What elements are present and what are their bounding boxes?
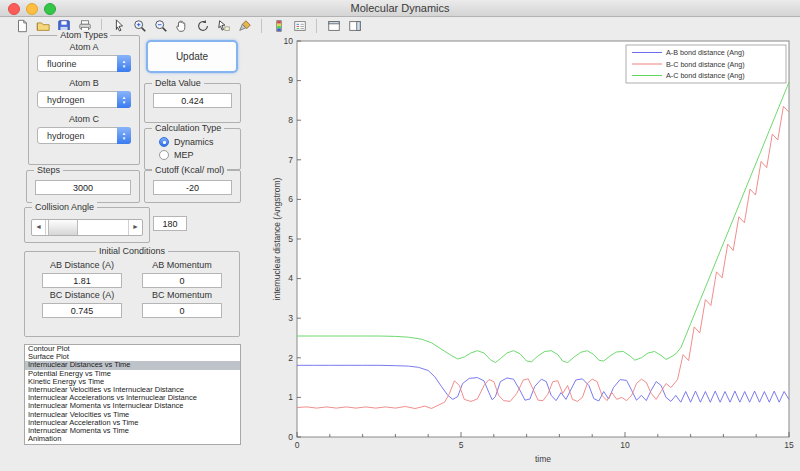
- atom-c-value: hydrogen: [47, 131, 85, 141]
- bc-distance-input[interactable]: [42, 303, 122, 318]
- radio-label: MEP: [174, 150, 194, 160]
- x-tick-label: 15: [784, 440, 794, 450]
- window-controls: [8, 3, 56, 15]
- data-cursor-button[interactable]: [214, 18, 233, 35]
- y-tick-label: 7: [288, 155, 293, 165]
- zoom-out-icon: [154, 19, 168, 33]
- chevron-up-down-icon: ▲▼: [117, 55, 131, 72]
- minimize-window-button[interactable]: [26, 3, 38, 15]
- ab-momentum-label: AB Momentum: [152, 260, 212, 270]
- legend-entry-label: A-B bond distance (Ang): [666, 48, 744, 57]
- pan-button[interactable]: [172, 18, 191, 35]
- y-tick-label: 10: [284, 36, 294, 46]
- x-tick-label: 5: [459, 440, 464, 450]
- calculation-type-panel: Calculation Type DynamicsMEP: [144, 128, 241, 170]
- zoom-out-button[interactable]: [151, 18, 170, 35]
- atom-b-label: Atom B: [29, 78, 139, 88]
- slider-right-arrow-icon[interactable]: ►: [128, 220, 142, 235]
- open-file-icon: [36, 19, 50, 33]
- radio-icon: [159, 150, 169, 160]
- data-cursor-icon: [217, 19, 231, 33]
- zoom-window-button[interactable]: [44, 3, 56, 15]
- y-tick-label: 5: [288, 234, 293, 244]
- new-figure-icon: [15, 19, 29, 33]
- delta-value-title: Delta Value: [152, 78, 204, 88]
- close-window-button[interactable]: [8, 3, 20, 15]
- atom-a-label: Atom A: [29, 42, 139, 52]
- x-axis-label: time: [535, 454, 551, 464]
- toolbar-separator: [261, 19, 262, 33]
- collision-angle-input[interactable]: [153, 216, 187, 231]
- y-tick-label: 4: [288, 273, 293, 283]
- y-tick-label: 9: [288, 75, 293, 85]
- delta-value-input[interactable]: [153, 93, 232, 108]
- zoom-in-button[interactable]: [130, 18, 149, 35]
- update-button[interactable]: Update: [146, 40, 238, 73]
- atom-a-dropdown[interactable]: fluorine ▲▼: [37, 55, 131, 72]
- x-tick-label: 10: [620, 440, 630, 450]
- plot-axes-box[interactable]: [297, 41, 789, 437]
- list-item[interactable]: Animation: [25, 435, 240, 443]
- atom-a-value: fluorine: [47, 59, 77, 69]
- cutoff-panel: Cutoff (Kcal/ mol): [144, 170, 241, 203]
- steps-input[interactable]: [35, 180, 131, 195]
- zoom-in-icon: [133, 19, 147, 33]
- atom-types-title: Atom Types: [57, 30, 110, 40]
- edit-plot-button[interactable]: [109, 18, 128, 35]
- radio-option-dynamics[interactable]: Dynamics: [159, 137, 240, 147]
- delta-value-panel: Delta Value: [144, 83, 241, 123]
- cutoff-title: Cutoff (Kcal/ mol): [152, 165, 227, 175]
- bc-distance-label: BC Distance (A): [50, 290, 115, 300]
- initial-conditions-panel: Initial Conditions AB Distance (A) AB Mo…: [24, 251, 240, 337]
- y-tick-label: 0: [288, 432, 293, 442]
- window-title: Molecular Dynamics: [350, 2, 449, 14]
- legend-entry-label: B-C bond distance (Ang): [666, 60, 745, 69]
- chevron-up-down-icon: ▲▼: [117, 91, 131, 108]
- bc-momentum-input[interactable]: [142, 303, 222, 318]
- chevron-up-down-icon: ▲▼: [117, 127, 131, 144]
- radio-icon: [159, 137, 169, 147]
- plot-legend[interactable]: A-B bond distance (Ang)B-C bond distance…: [626, 45, 786, 83]
- brush-data-icon: [238, 19, 252, 33]
- steps-title: Steps: [34, 165, 63, 175]
- atom-c-dropdown[interactable]: hydrogen ▲▼: [37, 127, 131, 144]
- atom-b-value: hydrogen: [47, 95, 85, 105]
- ab-distance-label: AB Distance (A): [50, 260, 114, 270]
- slider-thumb[interactable]: [48, 220, 78, 235]
- plot-area[interactable]: 012345678910051015internuclear distance …: [270, 15, 800, 471]
- open-file-button[interactable]: [33, 18, 52, 35]
- collision-angle-title: Collision Angle: [32, 202, 97, 212]
- collision-angle-slider[interactable]: ◄ ►: [31, 219, 143, 236]
- slider-left-arrow-icon[interactable]: ◄: [32, 220, 46, 235]
- cutoff-input[interactable]: [153, 180, 232, 195]
- initial-conditions-title: Initial Conditions: [96, 246, 168, 256]
- atom-b-dropdown[interactable]: hydrogen ▲▼: [37, 91, 131, 108]
- plot-type-listbox[interactable]: Contour PlotSurface PlotInternuclear Dis…: [24, 344, 241, 445]
- radio-label: Dynamics: [174, 137, 214, 147]
- atom-types-panel: Atom Types Atom A fluorine ▲▼ Atom B hyd…: [28, 35, 140, 165]
- y-tick-label: 3: [288, 313, 293, 323]
- bc-momentum-label: BC Momentum: [152, 290, 212, 300]
- calculation-type-title: Calculation Type: [152, 123, 224, 133]
- edit-plot-icon: [112, 19, 126, 33]
- atom-c-label: Atom C: [29, 114, 139, 124]
- y-tick-label: 6: [288, 194, 293, 204]
- x-tick-label: 0: [295, 440, 300, 450]
- steps-panel: Steps: [26, 170, 140, 203]
- y-tick-label: 2: [288, 353, 293, 363]
- collision-angle-panel: Collision Angle ◄ ►: [24, 207, 150, 243]
- brush-data-button[interactable]: [235, 18, 254, 35]
- rotate-3d-button[interactable]: [193, 18, 212, 35]
- rotate-3d-icon: [196, 19, 210, 33]
- radio-option-mep[interactable]: MEP: [159, 150, 240, 160]
- y-tick-label: 1: [288, 392, 293, 402]
- new-figure-button[interactable]: [12, 18, 31, 35]
- ab-momentum-input[interactable]: [142, 273, 222, 288]
- pan-icon: [175, 19, 189, 33]
- legend-entry-label: A-C bond distance (Ang): [666, 71, 745, 80]
- y-axis-label: internuclear distance (Angstrom): [272, 177, 282, 300]
- y-tick-label: 8: [288, 115, 293, 125]
- ab-distance-input[interactable]: [42, 273, 122, 288]
